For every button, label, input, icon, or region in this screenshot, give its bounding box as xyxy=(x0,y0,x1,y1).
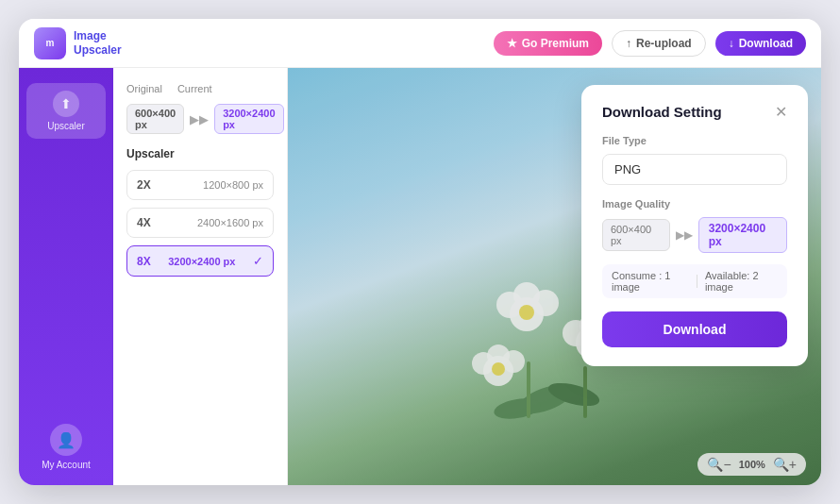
original-label: Original xyxy=(126,83,162,94)
app-window: m Image Upscaler ★ Go Premium ↑ Re-uploa… xyxy=(19,19,821,485)
account-item[interactable]: 👤 My Account xyxy=(42,424,91,470)
zoom-in-icon: 🔍+ xyxy=(773,457,797,472)
top-bar: m Image Upscaler ★ Go Premium ↑ Re-uploa… xyxy=(19,19,821,68)
quality-to: 3200×2400 px xyxy=(698,217,787,253)
consume-divider xyxy=(697,275,697,288)
quality-from: 600×400 px xyxy=(602,219,670,251)
multiplier-4x: 4X xyxy=(137,216,151,229)
main-layout: ⬆ Upscaler 👤 My Account Original Current xyxy=(19,68,821,485)
consume-row: Consume : 1 image Available: 2 image xyxy=(602,264,787,298)
star-icon: ★ xyxy=(507,37,517,50)
quality-arrow-icon: ▶▶ xyxy=(676,228,693,242)
zoom-in-button[interactable]: 🔍+ xyxy=(773,457,797,472)
check-icon: ✓ xyxy=(253,254,263,268)
svg-point-4 xyxy=(519,305,534,320)
arrow-right-icon: ▶▶ xyxy=(190,112,209,126)
zoom-out-button[interactable]: 🔍− xyxy=(707,457,731,472)
re-upload-button[interactable]: ↑ Re-upload xyxy=(612,30,706,57)
size-8x: 3200×2400 px xyxy=(168,256,235,267)
logo-icon: m xyxy=(34,27,66,59)
modal-header: Download Setting ✕ xyxy=(602,104,787,120)
control-panel: Original Current 600×400 px ▶▶ 3200×2400… xyxy=(113,68,288,485)
file-type-value[interactable]: PNG xyxy=(602,154,787,185)
svg-rect-18 xyxy=(527,361,530,418)
size-row: 600×400 px ▶▶ 3200×2400 px xyxy=(126,104,274,134)
quality-row: 600×400 px ▶▶ 3200×2400 px xyxy=(602,217,787,253)
consume-label: Consume : 1 image xyxy=(612,270,689,293)
upscale-option-4x[interactable]: 4X 2400×1600 px xyxy=(126,208,274,238)
zoom-controls: 🔍− 100% 🔍+ xyxy=(697,453,806,476)
modal-close-button[interactable]: ✕ xyxy=(775,105,787,120)
upscale-option-8x[interactable]: 8X 3200×2400 px ✓ xyxy=(126,245,274,277)
image-quality-label: Image Quality xyxy=(602,198,787,210)
current-label: Current xyxy=(177,83,212,94)
multiplier-2x: 2X xyxy=(137,178,151,192)
sidebar: ⬆ Upscaler 👤 My Account xyxy=(19,68,113,485)
size-2x: 1200×800 px xyxy=(203,179,263,191)
size-4x: 2400×1600 px xyxy=(197,217,263,228)
original-size-badge: 600×400 px xyxy=(126,104,184,134)
current-size-badge: 3200×2400 px xyxy=(214,104,283,134)
download-top-button[interactable]: ↓ Download xyxy=(715,31,806,56)
sidebar-item-upscaler[interactable]: ⬆ Upscaler xyxy=(26,83,106,139)
upscaler-section-label: Upscaler xyxy=(126,147,274,160)
file-type-label: File Type xyxy=(602,135,787,146)
svg-point-14 xyxy=(492,362,505,376)
download-modal-button[interactable]: Download xyxy=(602,311,787,347)
topbar-actions: ★ Go Premium ↑ Re-upload ↓ Download xyxy=(494,30,806,57)
go-premium-button[interactable]: ★ Go Premium xyxy=(494,31,602,56)
download-icon: ↓ xyxy=(729,37,734,50)
available-label: Available: 2 image xyxy=(705,270,778,293)
zoom-out-icon: 🔍− xyxy=(707,457,731,472)
svg-point-3 xyxy=(513,282,540,309)
upscale-option-2x[interactable]: 2X 1200×800 px xyxy=(126,170,274,200)
svg-rect-19 xyxy=(583,366,587,418)
download-settings-modal: Download Setting ✕ File Type PNG Image Q… xyxy=(581,85,808,366)
upscaler-icon: ⬆ xyxy=(53,91,79,117)
image-area: 🔍− 100% 🔍+ Download Setting ✕ File Type … xyxy=(288,68,821,485)
upload-icon: ↑ xyxy=(626,37,631,50)
zoom-level: 100% xyxy=(739,459,765,470)
account-avatar: 👤 xyxy=(50,424,82,456)
modal-title: Download Setting xyxy=(602,104,722,120)
multiplier-8x: 8X xyxy=(137,255,151,268)
app-name: Image Upscaler xyxy=(74,29,122,57)
logo-area: m Image Upscaler xyxy=(19,27,122,59)
